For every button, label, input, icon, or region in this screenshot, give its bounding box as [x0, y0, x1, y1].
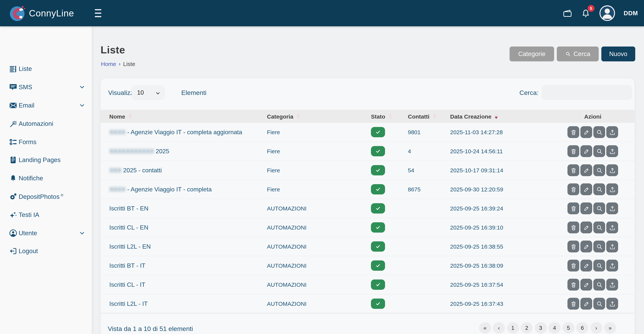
- sidebar-item-email[interactable]: Email: [0, 96, 92, 115]
- export-row-button[interactable]: [606, 126, 618, 138]
- export-row-button[interactable]: [606, 145, 618, 157]
- user-avatar[interactable]: [599, 5, 615, 21]
- sidebar-item-testi-ia[interactable]: Testi IA: [0, 206, 92, 224]
- table-search-input[interactable]: [542, 85, 632, 100]
- hamburger-menu-icon[interactable]: [95, 9, 102, 17]
- prev-page-button[interactable]: ‹: [493, 322, 505, 333]
- delete-row-button[interactable]: [568, 126, 579, 138]
- cerca-button[interactable]: Cerca: [557, 47, 599, 61]
- page-6-button[interactable]: 6: [576, 322, 588, 333]
- wallet-icon[interactable]: [562, 8, 572, 18]
- list-icon: [9, 65, 17, 73]
- list-name-cell: Iscritti L2L - EN: [100, 243, 267, 250]
- view-row-button[interactable]: [593, 126, 605, 138]
- sidebar-item-label: Email: [19, 102, 34, 109]
- category-cell: AUTOMAZIONI: [267, 300, 371, 307]
- categorie-button[interactable]: Categorie: [510, 47, 554, 61]
- edit-row-button[interactable]: [580, 164, 592, 176]
- connyline-logo-icon[interactable]: [9, 5, 26, 22]
- edit-row-button[interactable]: [580, 222, 592, 233]
- delete-row-button[interactable]: [568, 222, 579, 233]
- sidebar-item-automazioni[interactable]: Automazioni: [0, 115, 92, 133]
- sidebar-item-logout[interactable]: Logout: [0, 242, 92, 260]
- view-row-button[interactable]: [593, 222, 605, 233]
- page-4-button[interactable]: 4: [548, 322, 560, 333]
- nuovo-button[interactable]: Nuovo: [601, 47, 635, 61]
- page-1-button[interactable]: 1: [507, 322, 519, 333]
- page-5-button[interactable]: 5: [562, 322, 574, 333]
- delete-row-button[interactable]: [568, 145, 579, 157]
- page-2-button[interactable]: 2: [520, 322, 533, 333]
- view-row-button[interactable]: [593, 164, 605, 176]
- sort-asc-icon: [495, 114, 498, 116]
- view-row-button[interactable]: [593, 145, 605, 157]
- edit-row-button[interactable]: [580, 241, 592, 252]
- export-row-button[interactable]: [606, 241, 618, 252]
- column-header-data-creazione[interactable]: Data Creazione: [450, 113, 568, 119]
- page-3-button[interactable]: 3: [534, 322, 547, 333]
- column-header-nome[interactable]: Nome: [100, 113, 267, 119]
- delete-row-button[interactable]: [568, 298, 579, 310]
- sidebar-item-utente[interactable]: Utente: [0, 224, 92, 242]
- list-name-cell: Iscritti CL - IT: [100, 281, 267, 288]
- delete-row-button[interactable]: [568, 279, 579, 290]
- page-size-select[interactable]: 10: [132, 85, 165, 100]
- column-header-contatti[interactable]: Contatti: [408, 113, 450, 119]
- list-name-cell: XXXX - Agenzie Viaggio IT - completa: [100, 186, 267, 193]
- category-cell: AUTOMAZIONI: [267, 281, 371, 288]
- sidebar-item-liste[interactable]: Liste: [0, 60, 92, 78]
- sidebar-item-forms[interactable]: Forms: [0, 133, 92, 151]
- view-row-button[interactable]: [593, 260, 605, 271]
- chevron-down-icon: [79, 230, 85, 236]
- edit-row-button[interactable]: [580, 279, 592, 290]
- delete-row-button[interactable]: [568, 260, 579, 271]
- export-row-button[interactable]: [606, 164, 618, 176]
- edit-row-button[interactable]: [580, 126, 592, 138]
- creation-date-cell: 2025-09-25 16:37:54: [450, 281, 568, 288]
- view-row-button[interactable]: [593, 241, 605, 252]
- export-row-button[interactable]: [606, 203, 618, 214]
- sidebar-item-depositphotos[interactable]: DepositPhotos®: [0, 187, 92, 206]
- export-row-button[interactable]: [606, 183, 618, 195]
- category-cell: Fiere: [267, 129, 371, 135]
- row-actions: [568, 298, 618, 310]
- sidebar-item-label: Logout: [19, 248, 38, 255]
- list-name: Iscritti L2L - EN: [109, 243, 151, 250]
- delete-row-button[interactable]: [568, 203, 579, 214]
- search-label: Cerca:: [520, 89, 538, 97]
- edit-row-button[interactable]: [580, 203, 592, 214]
- table-row: Iscritti CL - ITAUTOMAZIONI2025-09-25 16…: [100, 275, 634, 294]
- view-row-button[interactable]: [593, 203, 605, 214]
- delete-row-button[interactable]: [568, 241, 579, 252]
- export-row-button[interactable]: [606, 222, 618, 233]
- edit-row-button[interactable]: [580, 145, 592, 157]
- list-name: Iscritti CL - IT: [109, 281, 145, 288]
- sidebar-item-notifiche[interactable]: Notifiche: [0, 169, 92, 188]
- status-cell: [371, 241, 408, 252]
- export-row-button[interactable]: [606, 260, 618, 271]
- export-row-button[interactable]: [606, 298, 618, 310]
- status-cell: [371, 298, 408, 309]
- edit-row-button[interactable]: [580, 260, 592, 271]
- category-cell: AUTOMAZIONI: [267, 205, 371, 212]
- edit-row-button[interactable]: [580, 183, 592, 195]
- first-page-button[interactable]: «: [479, 322, 491, 333]
- edit-row-button[interactable]: [580, 298, 592, 310]
- view-row-button[interactable]: [593, 298, 605, 310]
- table-row: Iscritti BT - ITAUTOMAZIONI2025-09-25 16…: [100, 256, 634, 275]
- column-header-stato[interactable]: Stato: [371, 113, 408, 119]
- breadcrumb-home-link[interactable]: Home: [101, 61, 116, 67]
- last-page-button[interactable]: »: [604, 322, 616, 333]
- sidebar-item-landing-pages[interactable]: Landing Pages: [0, 151, 92, 169]
- export-row-button[interactable]: [606, 279, 618, 290]
- sidebar-item-sms[interactable]: SMS: [0, 78, 92, 96]
- view-row-button[interactable]: [593, 279, 605, 290]
- notifications-bell-icon[interactable]: 5: [580, 8, 590, 18]
- delete-row-button[interactable]: [568, 183, 579, 195]
- delete-row-button[interactable]: [568, 164, 579, 176]
- next-page-button[interactable]: ›: [590, 322, 602, 333]
- list-name-cell: Iscritti CL - EN: [100, 224, 267, 231]
- column-header-categoria[interactable]: Categoria: [267, 113, 371, 119]
- status-active-badge: [371, 184, 385, 195]
- view-row-button[interactable]: [593, 183, 605, 195]
